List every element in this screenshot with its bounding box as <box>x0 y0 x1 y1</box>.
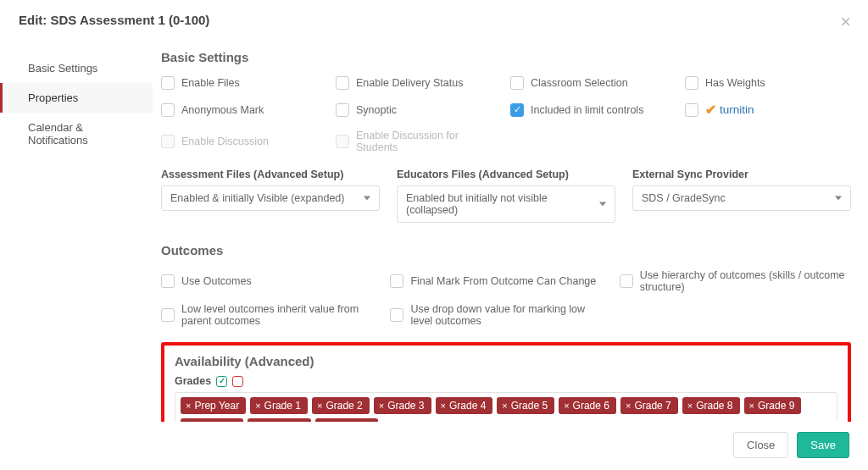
sidebar-item-properties[interactable]: Properties <box>0 83 153 113</box>
checkbox-label: Enable Delivery Status <box>356 77 463 89</box>
grade-tag[interactable]: × Prep Year <box>181 397 246 414</box>
external-sync-select[interactable]: SDS / GradeSync <box>632 185 851 211</box>
external-sync-group: External Sync Provider SDS / GradeSync <box>632 169 851 223</box>
tag-remove-icon[interactable]: × <box>255 401 260 411</box>
tag-remove-icon[interactable]: × <box>441 401 446 411</box>
clear-all-icon[interactable] <box>232 376 243 387</box>
grade-tag[interactable]: × Grade 8 <box>682 397 740 414</box>
basic-settings-title: Basic Settings <box>161 50 851 64</box>
outcomes-title: Outcomes <box>161 243 851 257</box>
checkbox-icon <box>336 103 349 117</box>
synoptic-checkbox[interactable]: Synoptic <box>336 102 502 118</box>
enable-discussion-students-checkbox: Enable Discussion for Students <box>336 130 502 153</box>
tag-remove-icon[interactable]: × <box>749 401 754 411</box>
availability-section: Availability (Advanced) Grades ✓ × Prep … <box>161 342 851 422</box>
final-mark-checkbox[interactable]: Final Mark From Outcome Can Change <box>390 269 602 293</box>
educators-files-select[interactable]: Enabled but initially not visible (colla… <box>397 185 615 223</box>
modal-header: Edit: SDS Assessment 1 (0-100) × <box>0 0 868 41</box>
grade-tag[interactable]: × Grade 1 <box>250 397 308 414</box>
checkbox-icon <box>161 308 175 322</box>
has-weights-checkbox[interactable]: Has Weights <box>685 76 851 90</box>
checkbox-label: Anonymous Mark <box>181 104 264 116</box>
checkbox-label: Enable Discussion <box>181 135 269 147</box>
modal-footer: Close Save <box>0 422 868 470</box>
grade-tag[interactable]: × Grade 7 <box>620 397 678 414</box>
select-all-icon[interactable]: ✓ <box>216 376 227 387</box>
close-icon[interactable]: × <box>840 13 851 31</box>
checkbox-label: Included in limit controls <box>531 104 643 116</box>
checkbox-label: Enable Files <box>181 77 240 89</box>
checkbox-icon <box>336 135 349 148</box>
field-label: Educators Files (Advanced Setup) <box>397 169 615 180</box>
tag-remove-icon[interactable]: × <box>186 401 191 411</box>
enable-discussion-checkbox: Enable Discussion <box>161 130 327 153</box>
sidebar: Basic Settings Properties Calendar & Not… <box>0 41 153 422</box>
checkbox-icon <box>336 76 349 90</box>
tag-remove-icon[interactable]: × <box>564 401 569 411</box>
field-label: Assessment Files (Advanced Setup) <box>161 169 380 180</box>
assessment-files-group: Assessment Files (Advanced Setup) Enable… <box>161 169 380 223</box>
grade-tag[interactable]: × Grade 9 <box>744 397 802 414</box>
tag-remove-icon[interactable]: × <box>317 401 322 411</box>
checkbox-label: Low level outcomes inherit value from pa… <box>181 303 373 327</box>
grade-tag[interactable]: × Grade 3 <box>374 397 431 414</box>
basic-settings-grid: Enable Files Enable Delivery Status Clas… <box>161 76 851 153</box>
turnitin-swirl-icon: ✔ <box>705 102 716 118</box>
checkbox-icon <box>390 274 403 288</box>
dropdown-value-checkbox[interactable]: Use drop down value for marking low leve… <box>390 303 602 327</box>
checkbox-icon <box>685 76 698 90</box>
save-button[interactable]: Save <box>797 432 849 458</box>
checkbox-icon <box>510 76 524 90</box>
sidebar-item-calendar-notifications[interactable]: Calendar & Notifications <box>0 113 153 155</box>
checkbox-label: Enable Discussion for Students <box>356 130 502 153</box>
included-limit-controls-checkbox[interactable]: ✓ Included in limit controls <box>510 102 676 118</box>
enable-delivery-status-checkbox[interactable]: Enable Delivery Status <box>336 76 502 90</box>
turnitin-logo: ✔ turnitin <box>705 102 754 118</box>
grade-tag[interactable]: × Grade 4 <box>436 397 493 414</box>
modal-title: Edit: SDS Assessment 1 (0-100) <box>19 13 209 27</box>
checkbox-icon: ✓ <box>510 103 524 117</box>
grades-label: Grades <box>175 375 211 387</box>
grade-tag[interactable]: × Grade 2 <box>312 397 370 414</box>
tag-remove-icon[interactable]: × <box>687 401 693 411</box>
checkbox-icon <box>620 274 633 288</box>
checkbox-label: Use drop down value for marking low leve… <box>410 303 602 327</box>
sidebar-item-basic-settings[interactable]: Basic Settings <box>0 53 153 83</box>
tag-remove-icon[interactable]: × <box>626 401 631 411</box>
hierarchy-checkbox[interactable]: Use hierarchy of outcomes (skills / outc… <box>620 269 851 293</box>
use-outcomes-checkbox[interactable]: Use Outcomes <box>161 269 373 293</box>
field-label: External Sync Provider <box>632 169 851 180</box>
classroom-selection-checkbox[interactable]: Classroom Selection <box>510 76 676 90</box>
assessment-files-select[interactable]: Enabled & initially Visible (expanded) <box>161 185 380 211</box>
educators-files-group: Educators Files (Advanced Setup) Enabled… <box>397 169 615 223</box>
grade-tag[interactable]: × Grade 5 <box>497 397 554 414</box>
checkbox-label: Synoptic <box>356 104 397 116</box>
main-panel: Basic Settings Enable Files Enable Deliv… <box>153 41 851 422</box>
anonymous-mark-checkbox[interactable]: Anonymous Mark <box>161 102 327 118</box>
checkbox-icon <box>161 135 175 148</box>
outcomes-grid: Use Outcomes Final Mark From Outcome Can… <box>161 269 851 327</box>
grades-label-row: Grades ✓ <box>175 375 837 387</box>
close-button[interactable]: Close <box>733 432 788 458</box>
modal-body: Basic Settings Properties Calendar & Not… <box>0 41 868 422</box>
turnitin-text: turnitin <box>720 103 754 116</box>
tag-remove-icon[interactable]: × <box>502 401 507 411</box>
turnitin-checkbox[interactable]: ✔ turnitin <box>685 102 851 118</box>
checkbox-icon <box>161 76 175 90</box>
checkbox-label: Use Outcomes <box>181 275 252 287</box>
tag-remove-icon[interactable]: × <box>379 401 384 411</box>
checkbox-label: Use hierarchy of outcomes (skills / outc… <box>640 269 851 293</box>
checkbox-label: Final Mark From Outcome Can Change <box>410 275 596 287</box>
edit-modal: Edit: SDS Assessment 1 (0-100) × Basic S… <box>0 0 868 470</box>
checkbox-icon <box>161 103 175 117</box>
grade-tag[interactable]: × Grade 6 <box>559 397 616 414</box>
enable-files-checkbox[interactable]: Enable Files <box>161 76 327 90</box>
checkbox-icon <box>685 103 698 117</box>
checkbox-icon <box>390 308 403 322</box>
checkbox-label: Classroom Selection <box>531 77 628 89</box>
inherit-checkbox[interactable]: Low level outcomes inherit value from pa… <box>161 303 373 327</box>
grades-tags-input[interactable]: × Prep Year× Grade 1× Grade 2× Grade 3× … <box>175 392 837 422</box>
checkbox-icon <box>161 274 175 288</box>
checkbox-label: Has Weights <box>705 77 765 89</box>
availability-title: Availability (Advanced) <box>175 354 837 368</box>
